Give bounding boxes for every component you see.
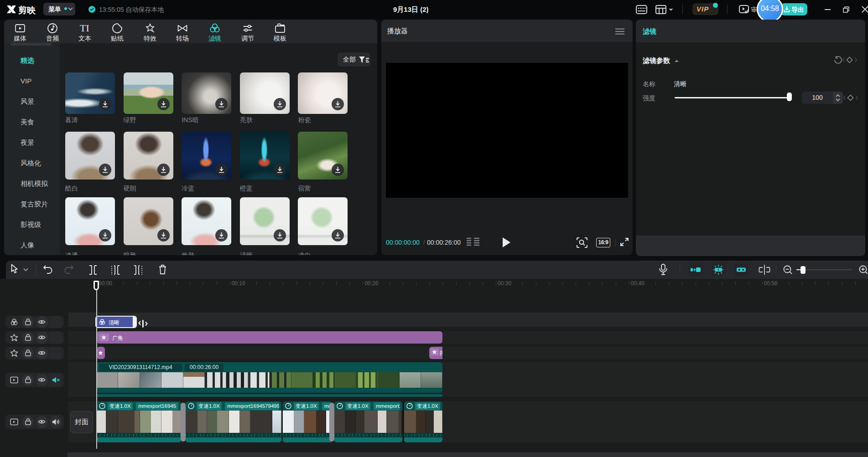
svg-text:TI: TI — [80, 23, 89, 34]
